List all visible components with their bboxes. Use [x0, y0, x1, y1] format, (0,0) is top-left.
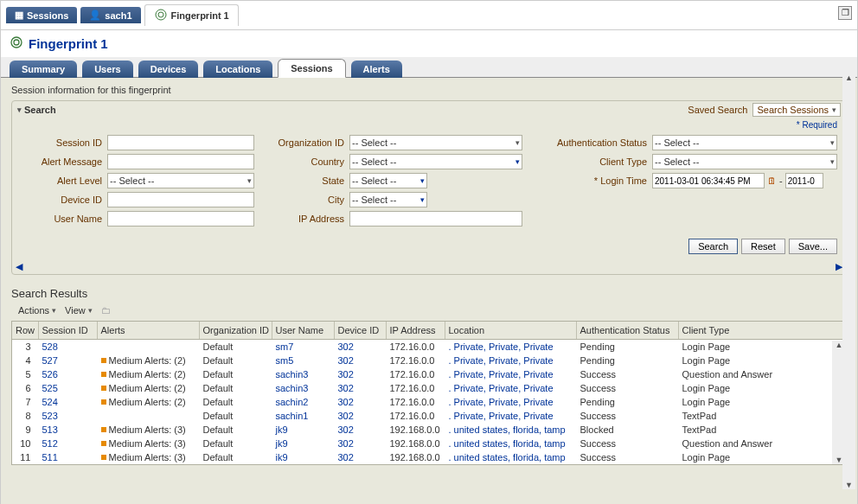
alert-dot-icon: [101, 358, 106, 363]
alert-level-select[interactable]: -- Select --▾: [107, 173, 254, 188]
cell[interactable]: 512: [38, 437, 97, 450]
col-header[interactable]: Alerts: [97, 322, 199, 340]
cell[interactable]: . Private, Private, Private: [445, 395, 576, 409]
login-time-from-input[interactable]: [652, 173, 765, 188]
calendar-icon[interactable]: 🗓: [767, 175, 777, 186]
state-select[interactable]: -- Select --▾: [349, 173, 427, 188]
cell[interactable]: 302: [334, 409, 386, 423]
cell[interactable]: 302: [334, 437, 386, 450]
top-tab-fingerprint[interactable]: Fingerprint 1: [144, 4, 239, 26]
cell[interactable]: 302: [334, 450, 386, 464]
cell: Pending: [576, 395, 678, 409]
cell[interactable]: 302: [334, 340, 386, 354]
col-header[interactable]: Authentication Status: [576, 322, 678, 340]
cell[interactable]: sachin1: [272, 409, 334, 423]
city-select[interactable]: -- Select --▾: [349, 192, 427, 207]
col-header[interactable]: Device ID: [334, 322, 386, 340]
cell[interactable]: sachin3: [272, 381, 334, 395]
cell[interactable]: 524: [38, 395, 97, 409]
cell[interactable]: 302: [334, 367, 386, 381]
cell[interactable]: 528: [38, 340, 97, 354]
scroll-right-icon[interactable]: ▶: [836, 261, 842, 272]
search-button[interactable]: Search: [688, 239, 738, 254]
col-header[interactable]: Location: [445, 322, 576, 340]
login-time-to-input[interactable]: [785, 173, 823, 188]
cell[interactable]: 523: [38, 409, 97, 423]
cell[interactable]: 525: [38, 381, 97, 395]
svg-point-0: [156, 10, 166, 20]
country-select[interactable]: -- Select --▾: [349, 154, 522, 169]
cell[interactable]: 513: [38, 423, 97, 437]
org-id-select[interactable]: -- Select --▾: [349, 135, 522, 150]
actions-menu[interactable]: Actions ▾: [18, 305, 56, 316]
cell[interactable]: . Private, Private, Private: [445, 381, 576, 395]
cell[interactable]: sm7: [272, 340, 334, 354]
top-tab-sessions[interactable]: ▦ Sessions: [6, 7, 77, 23]
cell: Default: [199, 381, 272, 395]
table-row[interactable]: 5526Medium Alerts: (2)Defaultsachin33021…: [12, 367, 846, 381]
cell[interactable]: sm5: [272, 354, 334, 367]
detach-icon[interactable]: 🗀: [101, 305, 111, 316]
device-id-input[interactable]: [107, 192, 254, 207]
view-menu[interactable]: View ▾: [65, 305, 93, 316]
col-header[interactable]: Session ID: [38, 322, 97, 340]
cell[interactable]: jk9: [272, 437, 334, 450]
user-icon: 👤: [89, 10, 101, 21]
cell: Medium Alerts: (3): [97, 450, 199, 464]
col-header[interactable]: Row: [12, 322, 38, 340]
col-header[interactable]: IP Address: [386, 322, 445, 340]
cell[interactable]: . Private, Private, Private: [445, 340, 576, 354]
cell[interactable]: . Private, Private, Private: [445, 367, 576, 381]
cell[interactable]: 302: [334, 395, 386, 409]
table-row[interactable]: 11511Medium Alerts: (3)Defaultik9302192.…: [12, 450, 846, 464]
cell[interactable]: . united states, florida, tamp: [445, 437, 576, 450]
saved-search-select[interactable]: Search Sessions ▾: [752, 103, 841, 117]
cell[interactable]: 302: [334, 381, 386, 395]
cell[interactable]: . united states, florida, tamp: [445, 450, 576, 464]
cell[interactable]: jk9: [272, 423, 334, 437]
tab-users[interactable]: Users: [82, 61, 133, 78]
cell[interactable]: . united states, florida, tamp: [445, 423, 576, 437]
table-row[interactable]: 9513Medium Alerts: (3)Defaultjk9302192.1…: [12, 423, 846, 437]
chevron-down-icon: ▾: [247, 176, 252, 185]
client-type-select[interactable]: -- Select --▾: [652, 154, 837, 169]
col-header[interactable]: User Name: [272, 322, 334, 340]
restore-window-icon[interactable]: ❐: [838, 6, 852, 20]
table-row[interactable]: 8523Defaultsachin1302172.16.0.0. Private…: [12, 409, 846, 423]
table-row[interactable]: 4527Medium Alerts: (2)Defaultsm5302172.1…: [12, 354, 846, 367]
reset-button[interactable]: Reset: [741, 239, 785, 254]
tab-alerts[interactable]: Alerts: [351, 61, 402, 78]
cell[interactable]: sachin3: [272, 367, 334, 381]
ip-address-input[interactable]: [349, 211, 522, 226]
cell[interactable]: 527: [38, 354, 97, 367]
cell: TextPad: [678, 423, 846, 437]
cell[interactable]: . Private, Private, Private: [445, 409, 576, 423]
table-row[interactable]: 3528Defaultsm7302172.16.0.0. Private, Pr…: [12, 340, 846, 354]
scroll-left-icon[interactable]: ◀: [16, 261, 22, 272]
save-button[interactable]: Save...: [789, 239, 837, 254]
top-tab-sach1[interactable]: 👤 sach1: [80, 7, 140, 23]
table-row[interactable]: 7524Medium Alerts: (2)Defaultsachin23021…: [12, 395, 846, 409]
alert-message-input[interactable]: [107, 154, 254, 169]
tab-locations[interactable]: Locations: [203, 61, 272, 78]
cell[interactable]: ik9: [272, 450, 334, 464]
cell: Default: [199, 437, 272, 450]
cell[interactable]: . Private, Private, Private: [445, 354, 576, 367]
cell[interactable]: 302: [334, 423, 386, 437]
search-title[interactable]: ▾ Search: [17, 105, 56, 115]
cell[interactable]: 302: [334, 354, 386, 367]
session-id-input[interactable]: [107, 135, 254, 150]
col-header[interactable]: Client Type: [678, 322, 846, 340]
tab-summary[interactable]: Summary: [10, 61, 77, 78]
cell[interactable]: 511: [38, 450, 97, 464]
outer-scrollbar[interactable]: ▲▼: [842, 73, 855, 489]
table-row[interactable]: 6525Medium Alerts: (2)Defaultsachin33021…: [12, 381, 846, 395]
user-name-input[interactable]: [107, 211, 254, 226]
table-row[interactable]: 10512Medium Alerts: (3)Defaultjk9302192.…: [12, 437, 846, 450]
tab-devices[interactable]: Devices: [138, 61, 199, 78]
col-header[interactable]: Organization ID: [199, 322, 272, 340]
cell[interactable]: sachin2: [272, 395, 334, 409]
tab-sessions[interactable]: Sessions: [278, 59, 345, 78]
auth-status-select[interactable]: -- Select --▾: [652, 135, 837, 150]
cell[interactable]: 526: [38, 367, 97, 381]
